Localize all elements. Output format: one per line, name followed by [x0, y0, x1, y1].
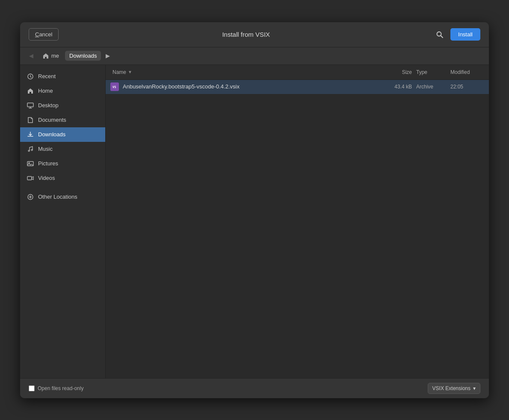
svg-rect-10 [27, 176, 32, 180]
dialog-title: Install from VSIX [222, 31, 270, 38]
clock-icon [27, 73, 34, 80]
sidebar-label-recent: Recent [38, 73, 56, 79]
column-header-type: Type [416, 69, 450, 75]
header-right: Install [433, 28, 480, 41]
filter-arrow-icon: ▾ [473, 385, 476, 391]
sidebar-item-other-locations[interactable]: Other Locations [20, 190, 105, 204]
cancel-underline: C [35, 31, 39, 38]
readonly-label[interactable]: Open files read-only [29, 385, 83, 391]
vsix-icon: VS [110, 82, 119, 91]
cancel-label-rest: ancel [39, 31, 52, 38]
sidebar-label-desktop: Desktop [38, 102, 59, 109]
breadcrumb-bar: ◀ me Downloads ▶ [20, 47, 489, 65]
document-icon [27, 117, 34, 123]
sidebar-item-pictures[interactable]: Pictures [20, 156, 105, 171]
readonly-text: Open files read-only [38, 385, 83, 391]
desktop-icon [27, 102, 34, 109]
sidebar-item-recent[interactable]: Recent [20, 69, 105, 84]
search-button[interactable] [433, 28, 446, 41]
sidebar-item-downloads[interactable]: Downloads [20, 127, 105, 142]
breadcrumb-home[interactable]: me [38, 51, 63, 61]
sidebar-item-videos[interactable]: Videos [20, 171, 105, 185]
sidebar-label-downloads: Downloads [38, 131, 65, 138]
svg-point-6 [28, 150, 30, 151]
column-name-label: Name [112, 69, 126, 75]
main-area: Recent Home Desktop [20, 65, 489, 378]
download-icon [27, 131, 34, 138]
column-header-name[interactable]: Name ▼ [110, 68, 378, 77]
svg-rect-3 [27, 103, 33, 107]
forward-arrow-icon: ▶ [106, 53, 110, 59]
plus-icon [27, 194, 34, 200]
file-type: Archive [416, 84, 450, 90]
home-icon [42, 53, 49, 59]
sidebar-label-documents: Documents [38, 117, 66, 123]
file-row[interactable]: VS AnbuselvanRocky.bootstrap5-vscode-0.4… [106, 80, 489, 94]
filter-dropdown[interactable]: VSIX Extensions ▾ [428, 383, 480, 394]
readonly-checkbox[interactable] [29, 385, 35, 391]
breadcrumb-home-label: me [51, 53, 59, 59]
svg-point-7 [31, 149, 33, 150]
install-vsix-dialog: Cancel Install from VSIX Install ◀ me Do… [20, 22, 489, 398]
cancel-button[interactable]: Cancel [29, 28, 59, 41]
breadcrumb-downloads-label: Downloads [69, 53, 97, 59]
file-size: 43.4 kB [378, 84, 416, 90]
sidebar-item-music[interactable]: Music [20, 142, 105, 156]
column-size-label: Size [402, 69, 412, 75]
sidebar-label-pictures: Pictures [38, 160, 58, 167]
column-header-modified: Modified [450, 69, 485, 75]
sort-arrow-icon: ▼ [128, 70, 132, 74]
sidebar-label-music: Music [38, 146, 53, 152]
sidebar-label-other-locations: Other Locations [38, 194, 77, 200]
sidebar-item-home[interactable]: Home [20, 84, 105, 98]
music-icon [27, 146, 34, 153]
sidebar-label-videos: Videos [38, 175, 55, 181]
column-modified-label: Modified [450, 69, 470, 75]
forward-arrow-button[interactable]: ▶ [103, 51, 113, 61]
sidebar-label-home: Home [38, 88, 53, 94]
svg-point-9 [29, 162, 30, 163]
video-icon [27, 175, 34, 182]
file-icon-vsix: VS [110, 82, 119, 91]
file-name: AnbuselvanRocky.bootstrap5-vscode-0.4.2.… [123, 83, 378, 90]
column-header-size: Size [378, 69, 416, 75]
file-modified: 22:05 [450, 84, 485, 90]
filter-label: VSIX Extensions [432, 385, 471, 391]
sidebar-item-documents[interactable]: Documents [20, 113, 105, 127]
svg-line-1 [441, 35, 443, 38]
search-icon [436, 31, 444, 38]
install-button[interactable]: Install [450, 28, 480, 41]
svg-text:VS: VS [112, 85, 116, 89]
dialog-header: Cancel Install from VSIX Install [20, 22, 489, 47]
dialog-footer: Open files read-only VSIX Extensions ▾ [20, 378, 489, 398]
breadcrumb-downloads[interactable]: Downloads [65, 51, 101, 61]
home-icon [27, 88, 34, 94]
picture-icon [27, 160, 34, 167]
file-list: VS AnbuselvanRocky.bootstrap5-vscode-0.4… [106, 80, 489, 378]
sidebar-item-desktop[interactable]: Desktop [20, 98, 105, 113]
sidebar: Recent Home Desktop [20, 65, 106, 378]
back-arrow-icon: ◀ [29, 53, 33, 59]
file-area: Name ▼ Size Type Modified [106, 65, 489, 378]
column-type-label: Type [416, 69, 427, 75]
file-list-header: Name ▼ Size Type Modified [106, 65, 489, 80]
back-arrow-button[interactable]: ◀ [26, 51, 36, 61]
